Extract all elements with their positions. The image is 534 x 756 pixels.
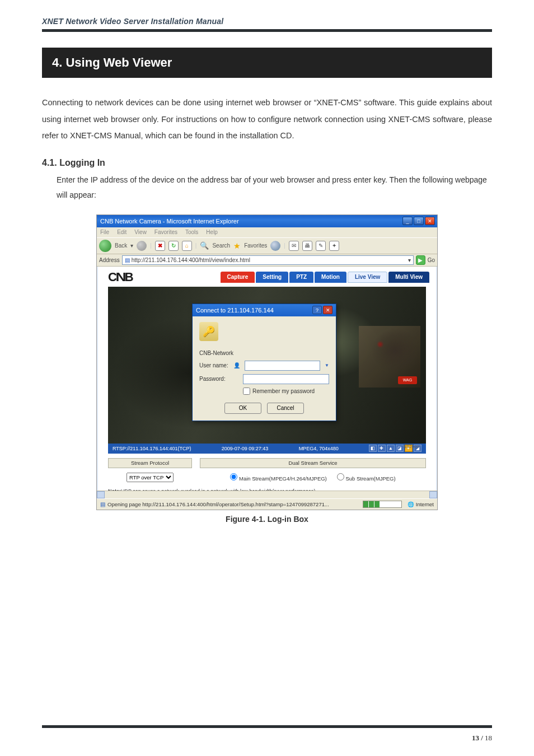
rtsp-codec: MPEG4, 704x480	[299, 446, 339, 451]
dialog-close-icon[interactable]: ✕	[323, 306, 332, 314]
go-label: Go	[428, 257, 435, 263]
username-dropdown-icon[interactable]: ▼	[325, 363, 329, 368]
horizontal-scrollbar[interactable]	[97, 491, 437, 498]
ok-button[interactable]: OK	[224, 403, 261, 414]
doc-header: XNET Network Video Server Installation M…	[42, 17, 492, 29]
sub-paragraph: Enter the IP address of the device on th…	[57, 172, 492, 203]
overlay-tool3-icon[interactable]: ▲	[387, 445, 395, 452]
ns-model-label: NS2000	[403, 444, 419, 449]
minimize-icon[interactable]: _	[402, 217, 413, 225]
login-dialog-title: Connect to 211.104.176.144	[196, 307, 274, 314]
cancel-button[interactable]: Cancel	[267, 403, 304, 414]
history-icon[interactable]	[270, 241, 280, 251]
rtsp-timestamp: 2009-07-09 09:27:43	[222, 446, 269, 451]
dual-stream-header: Dual Stream Service	[200, 458, 426, 468]
tab-multi-view[interactable]: Multi View	[388, 272, 429, 283]
tab-live-view[interactable]: Live View	[348, 272, 387, 283]
back-icon[interactable]	[99, 240, 111, 252]
forward-icon[interactable]	[137, 241, 147, 251]
ie-statusbar: ▤ Opening page http://211.104.176.144:40…	[97, 498, 437, 510]
intro-paragraph: Connecting to network devices can be don…	[42, 95, 492, 144]
overlay-tool2-icon[interactable]: ✚	[378, 445, 386, 452]
sub-stream-option[interactable]: Sub Stream(MJPEG)	[337, 473, 396, 482]
screenshot-figure: CNB Network Camera - Microsoft Internet …	[96, 214, 438, 510]
discuss-icon[interactable]: ✦	[329, 241, 339, 251]
window-titlebar: CNB Network Camera - Microsoft Internet …	[97, 215, 437, 227]
password-input[interactable]	[243, 374, 329, 384]
ie-addressbar: Address ▤ http://211.104.176.144:400/htm…	[97, 254, 437, 267]
ie-toolbar: Back ▾ | ✖ ↻ ⌂ | 🔍 Search ★ Favorites | …	[97, 237, 437, 254]
home-icon[interactable]: ⌂	[182, 241, 192, 251]
page-number: 13 / 18	[472, 734, 492, 743]
overlay-tool4-icon[interactable]: ◪	[396, 445, 404, 452]
menu-file[interactable]: File	[100, 229, 109, 235]
address-label: Address	[99, 257, 120, 263]
menu-tools[interactable]: Tools	[185, 229, 198, 235]
go-button[interactable]: ▶	[416, 255, 425, 265]
password-label: Password:	[199, 376, 238, 382]
tab-ptz[interactable]: PTZ	[289, 272, 313, 283]
rtsp-statusbar: RTSP://211.104.176.144:401(TCP) 2009-07-…	[108, 444, 426, 454]
menu-favorites[interactable]: Favorites	[154, 229, 177, 235]
footer-rule	[42, 725, 492, 728]
address-dropdown-icon[interactable]: ▾	[408, 257, 411, 263]
figure-caption: Figure 4-1. Log-in Box	[42, 515, 492, 524]
menu-edit[interactable]: Edit	[117, 229, 127, 235]
tab-motion[interactable]: Motion	[315, 272, 346, 283]
address-url: http://211.104.176.144:400/html/view/ind…	[132, 257, 250, 263]
maximize-icon[interactable]: □	[414, 217, 424, 225]
favorites-star-icon[interactable]: ★	[233, 241, 241, 250]
print-icon[interactable]: 🖶	[302, 241, 312, 251]
status-text: Opening page http://211.104.176.144:400/…	[107, 501, 329, 507]
menu-help[interactable]: Help	[206, 229, 218, 235]
progress-bar	[363, 501, 402, 508]
cnb-logo: CNB	[108, 270, 219, 284]
rtsp-url: RTSP://211.104.176.144:401(TCP)	[113, 446, 191, 451]
scroll-right-icon[interactable]	[429, 491, 437, 498]
search-label: Search	[212, 242, 230, 249]
stream-protocol-header: Stream Protocol	[108, 458, 192, 468]
overlay-tool1-icon[interactable]: ◧	[369, 445, 377, 452]
stop-icon[interactable]: ✖	[155, 241, 165, 251]
internet-zone-label: Internet	[416, 501, 434, 507]
main-stream-option[interactable]: Main Stream(MPEG4/H.264/MJPEG)	[230, 473, 326, 482]
search-icon[interactable]: 🔍	[200, 241, 209, 250]
back-label: Back	[115, 242, 127, 249]
address-input[interactable]: ▤ http://211.104.176.144:400/html/view/i…	[122, 255, 414, 265]
close-icon[interactable]: ✕	[425, 217, 435, 225]
login-realm: CNB-Network	[199, 350, 329, 356]
username-label: User name:	[199, 362, 229, 368]
status-page-icon: ▤	[100, 501, 105, 507]
video-preview: WAG Connect to 211.104.176.144 ? ✕ 🔑 CNB…	[108, 287, 426, 444]
stream-protocol-select[interactable]: RTP over TCP	[127, 473, 174, 482]
dropdown-icon[interactable]: ▾	[130, 242, 133, 249]
section-heading: 4. Using Web Viewer	[42, 48, 492, 78]
subsection-heading: 4.1. Logging In	[42, 158, 492, 168]
mail-icon[interactable]: ✉	[289, 241, 299, 251]
remember-label: Remember my password	[252, 388, 315, 394]
help-icon[interactable]: ?	[312, 306, 322, 314]
edit-icon[interactable]: ✎	[316, 241, 326, 251]
keys-icon: 🔑	[199, 322, 218, 341]
page-favicon-icon: ▤	[125, 257, 130, 263]
username-input[interactable]	[245, 361, 320, 371]
menu-view[interactable]: View	[134, 229, 147, 235]
wag-indicator: WAG	[398, 376, 417, 384]
tab-setting[interactable]: Setting	[256, 272, 288, 283]
tab-capture[interactable]: Capture	[221, 272, 255, 283]
page-viewport: CNB Capture Setting PTZ Motion Live View…	[97, 267, 437, 491]
login-dialog: Connect to 211.104.176.144 ? ✕ 🔑 CNB-Net…	[192, 304, 336, 421]
note-text: Note:UDP can cause a network overload in…	[108, 488, 426, 491]
ie-menubar: File Edit View Favorites Tools Help	[97, 227, 437, 237]
remember-checkbox[interactable]	[243, 388, 250, 395]
window-title: CNB Network Camera - Microsoft Internet …	[100, 218, 239, 225]
internet-zone-icon: 🌐	[407, 501, 414, 507]
favorites-label: Favorites	[244, 242, 267, 249]
scroll-left-icon[interactable]	[97, 491, 105, 498]
refresh-icon[interactable]: ↻	[168, 241, 179, 251]
user-icon: 👤	[233, 362, 240, 368]
header-rule	[42, 29, 492, 32]
